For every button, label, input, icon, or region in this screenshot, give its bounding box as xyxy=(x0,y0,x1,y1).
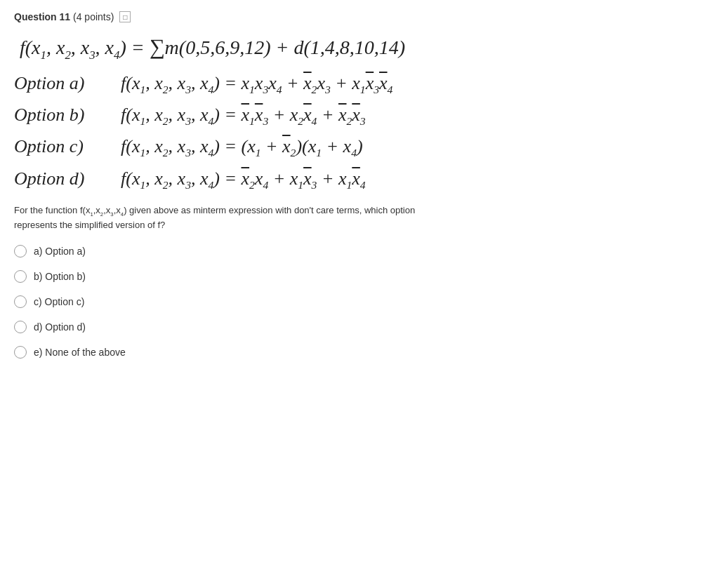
radio-button-b[interactable] xyxy=(14,270,27,283)
question-header: Question 11 (4 points) □ xyxy=(14,11,705,22)
main-equation-block: f(x1, x2, x3, x4) = ∑m(0,5,6,9,12) + d(1… xyxy=(14,31,705,64)
option-b-row: Option b) f(x1, x2, x3, x4) = x1x3 + x2x… xyxy=(14,101,705,130)
option-d-label: Option d) xyxy=(14,165,112,193)
question-number: Question 11 (4 points) xyxy=(14,11,114,22)
radio-options-group: a) Option a) b) Option b) c) Option c) d… xyxy=(14,245,705,359)
option-d-row: Option d) f(x1, x2, x3, x4) = x2x4 + x1x… xyxy=(14,165,705,194)
radio-item-b[interactable]: b) Option b) xyxy=(14,270,705,283)
option-b-math: f(x1, x2, x3, x4) = x1x3 + x2x4 + x2x3 xyxy=(121,101,366,130)
radio-item-a[interactable]: a) Option a) xyxy=(14,245,705,258)
radio-label-a: a) Option a) xyxy=(34,246,86,257)
option-a-label: Option a) xyxy=(14,69,112,98)
radio-button-c[interactable] xyxy=(14,295,27,308)
option-b-label: Option b) xyxy=(14,101,112,129)
option-c-row: Option c) f(x1, x2, x3, x4) = (x1 + x2)(… xyxy=(14,133,705,161)
radio-item-d[interactable]: d) Option d) xyxy=(14,321,705,333)
question-description: For the function f(x1,x2,x3,x4) given ab… xyxy=(14,203,435,232)
expand-icon[interactable]: □ xyxy=(119,11,131,22)
radio-label-b: b) Option b) xyxy=(34,271,86,282)
option-a-row: Option a) f(x1, x2, x3, x4) = x1x3x4 + x… xyxy=(14,69,705,98)
option-a-math: f(x1, x2, x3, x4) = x1x3x4 + x2x3 + x1x3… xyxy=(121,69,393,98)
radio-item-e[interactable]: e) None of the above xyxy=(14,346,705,359)
radio-label-c: c) Option c) xyxy=(34,296,84,307)
radio-button-d[interactable] xyxy=(14,321,27,333)
radio-item-c[interactable]: c) Option c) xyxy=(14,295,705,308)
option-c-math: f(x1, x2, x3, x4) = (x1 + x2)(x1 + x4) xyxy=(121,133,363,161)
option-d-math: f(x1, x2, x3, x4) = x2x4 + x1x3 + x1x4 xyxy=(121,165,366,194)
radio-label-d: d) Option d) xyxy=(34,321,86,333)
radio-label-e: e) None of the above xyxy=(34,347,126,358)
main-equation: f(x1, x2, x3, x4) = ∑m(0,5,6,9,12) + d(1… xyxy=(20,31,699,64)
option-c-label: Option c) xyxy=(14,133,112,161)
radio-button-e[interactable] xyxy=(14,346,27,359)
radio-button-a[interactable] xyxy=(14,245,27,258)
